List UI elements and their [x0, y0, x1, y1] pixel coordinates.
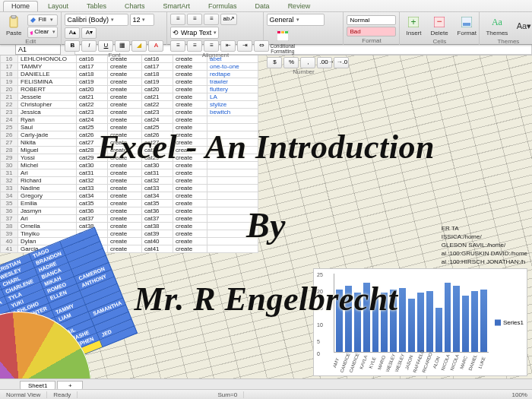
tab-layout[interactable]: Layout — [40, 1, 77, 11]
table-row[interactable]: 19FELISMINAcat19createcat19createtrawler — [1, 78, 258, 86]
tab-review[interactable]: Review — [280, 1, 319, 11]
decrease-font-button[interactable]: A▾ — [81, 27, 97, 39]
chart-x-axis: AMYCANDICECANDICEKAYLAKYLEMARIOWESLEYWES… — [334, 353, 489, 374]
paste-button[interactable]: Paste — [3, 14, 24, 38]
align-bottom-button[interactable]: ≡ — [204, 14, 219, 25]
wrap-text-button[interactable]: ⟲ Wrap Text▾ — [170, 27, 219, 39]
tab-formulas[interactable]: Formulas — [200, 1, 245, 11]
conditional-formatting-button[interactable]: Conditional Formatting — [267, 27, 298, 55]
number-format-select[interactable]: General▾ — [267, 14, 325, 26]
tab-tables[interactable]: Tables — [78, 1, 115, 11]
font-color-button[interactable]: A — [148, 40, 163, 52]
table-row[interactable]: 17TAMMYcat17createcat17createone-to-one — [1, 63, 258, 71]
bar — [381, 293, 388, 352]
comma-button[interactable]: , — [300, 57, 315, 68]
tab-data[interactable]: Data — [247, 1, 278, 11]
table-row[interactable]: 37Aricat37createcat37create — [1, 215, 258, 223]
svg-rect-7 — [285, 31, 288, 33]
table-row[interactable]: 24Ryancat24createcat24create — [1, 116, 258, 124]
table-row[interactable]: 32Richardcat32createcat32create — [1, 177, 258, 185]
bar — [336, 290, 343, 352]
insert-cell-button[interactable]: + Insert — [403, 14, 424, 38]
table-row[interactable]: 26Carly-jadecat26createcat26create — [1, 131, 258, 139]
group-themes: Aa Themes Aa▾ Themes — [480, 12, 532, 45]
fill-color-button[interactable]: ◢ — [131, 40, 147, 52]
italic-button[interactable]: I — [81, 40, 97, 52]
bar — [372, 296, 379, 352]
chart-plot-area — [334, 274, 489, 353]
table-row[interactable]: 27Nikitacat27createcat27create — [1, 139, 258, 147]
ytick: 15 — [317, 306, 323, 311]
svg-rect-5 — [277, 31, 280, 33]
align-middle-button[interactable]: ≡ — [187, 14, 202, 25]
fill-button[interactable]: Fill▾ — [27, 14, 58, 26]
paint-bucket-icon — [30, 17, 36, 24]
format-cell-button[interactable]: Format — [454, 14, 480, 38]
clear-button[interactable]: Clear▾ — [27, 27, 58, 38]
table-row[interactable]: 39Tinyikocat39createcat39create — [1, 230, 258, 238]
tab-home[interactable]: Home — [3, 1, 38, 11]
ribbon: Home Layout Tables Charts SmartArt Formu… — [0, 0, 532, 45]
font-name-select[interactable]: Calibri (Body)▾ — [65, 14, 128, 26]
table-row[interactable]: 20ROBERTcat20createcat20createfluttery — [1, 86, 258, 93]
table-row[interactable]: 18DANIELLEcat18createcat18createredtape — [1, 71, 258, 78]
percent-button[interactable]: % — [283, 57, 299, 68]
align-left-button[interactable]: ≡ — [170, 40, 185, 52]
bold-button[interactable]: B — [65, 40, 80, 52]
font-size-select[interactable]: 12▾ — [130, 14, 154, 26]
group-font: Calibri (Body)▾ 12▾ A▴ A▾ B I U ▦ ◢ A Fo… — [62, 12, 167, 45]
theme-colors-button[interactable]: Aa▾ — [514, 17, 532, 34]
table-row[interactable]: 35Emiliacat35createcat35create — [1, 200, 258, 207]
orientation-button[interactable]: ab↗ — [220, 14, 237, 25]
aa-icon: Aa▾ — [517, 19, 530, 33]
svg-text:−: − — [437, 17, 442, 27]
increase-decimal-button[interactable]: .00→ — [317, 57, 332, 68]
table-row[interactable]: 22Christophercat22createcat22createstyli… — [1, 101, 258, 109]
group-title-cells: Cells — [403, 38, 476, 46]
border-icon: ▦ — [119, 42, 125, 49]
underline-button[interactable]: U — [98, 40, 113, 52]
cond-format-icon — [276, 29, 290, 43]
table-row[interactable]: 40Dylancat40createcat40create — [1, 238, 258, 245]
table-row[interactable]: 30Michelcat30createcat30create — [1, 162, 258, 169]
table-row[interactable]: 28Miguelcat28createcat28create — [1, 147, 258, 154]
wrap-icon: ⟲ — [173, 29, 179, 36]
decrease-indent-button[interactable]: ⇤ — [220, 40, 236, 52]
bar — [399, 288, 406, 352]
table-row[interactable]: 38Ornellacat38createcat38create — [1, 223, 258, 230]
align-center-button[interactable]: ≡ — [187, 40, 202, 52]
table-row[interactable]: 36Jasmyncat36createcat36create — [1, 207, 258, 215]
border-button[interactable]: ▦ — [115, 40, 130, 52]
table-row[interactable]: 25Saulcat25createcat25create — [1, 124, 258, 131]
style-bad[interactable]: Bad — [347, 27, 396, 36]
ytick: 5 — [317, 339, 320, 344]
align-top-button[interactable]: ≡ — [170, 14, 185, 25]
table-row[interactable]: 33Nadinecat33createcat33create — [1, 185, 258, 192]
name-box[interactable]: A1 — [15, 44, 61, 55]
tab-charts[interactable]: Charts — [116, 1, 154, 11]
paint-bucket-icon: ◢ — [137, 42, 141, 49]
status-view[interactable]: Normal View — [0, 391, 47, 398]
ribbon-tabs: Home Layout Tables Charts SmartArt Formu… — [0, 0, 532, 11]
increase-indent-button[interactable]: ⇥ — [237, 40, 252, 52]
tab-smartart[interactable]: SmartArt — [155, 1, 199, 11]
table-row[interactable]: 21Jesselecat21createcat21createLA — [1, 93, 258, 101]
bar — [354, 293, 361, 352]
table-row[interactable]: 29Yossicat29createcat29create — [1, 154, 258, 162]
table-row[interactable]: 31Aricat31createcat31create — [1, 169, 258, 177]
group-title-font: Font — [65, 52, 163, 59]
increase-font-button[interactable]: A▴ — [65, 27, 80, 39]
group-edit: Paste Fill▾ Clear▾ Edit — [0, 12, 62, 45]
insert-icon: + — [407, 15, 420, 29]
currency-button[interactable]: $ — [267, 57, 282, 68]
group-cells: + Insert − Delete Format Cells — [400, 12, 480, 45]
table-row[interactable]: 34Gregorycat34createcat34create — [1, 192, 258, 200]
align-right-button[interactable]: ≡ — [204, 40, 219, 52]
table-row[interactable]: 23Jessicacat23createcat23createbewitch — [1, 109, 258, 116]
group-title-themes: Themes — [483, 38, 532, 46]
delete-cell-button[interactable]: − Delete — [427, 14, 451, 38]
style-normal[interactable]: Normal — [347, 15, 396, 25]
decrease-decimal-button[interactable]: →.0 — [334, 57, 349, 68]
themes-button[interactable]: Aa Themes — [483, 14, 511, 38]
zoom-level[interactable]: 100% — [512, 391, 532, 398]
